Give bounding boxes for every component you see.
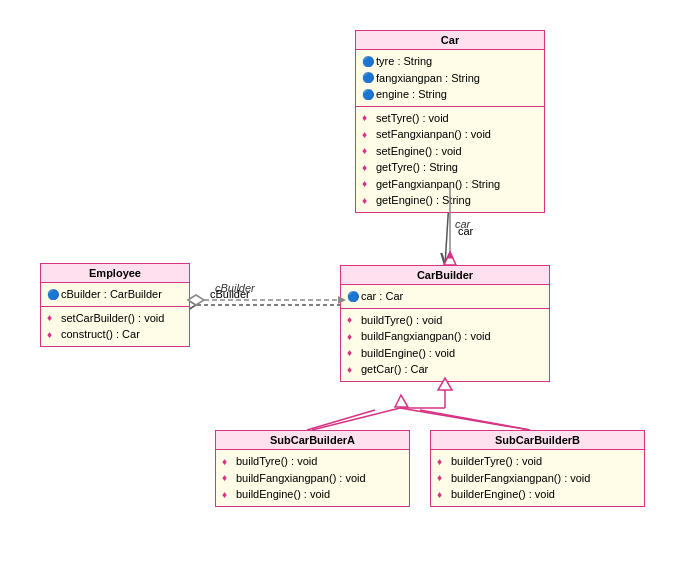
svg-marker-6 [395, 395, 408, 407]
employee-attrs: 🔵 cBuilder : CarBuilder [41, 283, 189, 307]
subcarbuildera-method-buildEngine: ♦ buildEngine() : void [222, 486, 403, 503]
method-icon: ♦ [347, 329, 359, 344]
subcarbuilderb-method-builderEngine: ♦ builderEngine() : void [437, 486, 638, 503]
employee-box: Employee 🔵 cBuilder : CarBuilder ♦ setCa… [40, 263, 190, 347]
method-icon: ♦ [437, 470, 449, 485]
method-icon: ♦ [222, 487, 234, 502]
svg-line-21 [312, 408, 400, 430]
carbuilder-attr-car: 🔵 car : Car [347, 288, 543, 305]
subcarbuilderb-title: SubCarBuilderB [431, 431, 644, 450]
subcarbuildera-method-buildTyre: ♦ buildTyre() : void [222, 453, 403, 470]
method-icon: ♦ [362, 143, 374, 158]
method-icon: ♦ [437, 454, 449, 469]
carbuilder-attrs: 🔵 car : Car [341, 285, 549, 309]
employee-attr-cbuilder: 🔵 cBuilder : CarBuilder [47, 286, 183, 303]
car-method-getTyre: ♦ getTyre() : String [362, 159, 538, 176]
attr-icon: 🔵 [362, 87, 374, 102]
car-methods: ♦ setTyre() : void ♦ setFangxianpan() : … [356, 107, 544, 212]
method-icon: ♦ [222, 454, 234, 469]
employee-method-construct: ♦ construct() : Car [47, 326, 183, 343]
method-icon: ♦ [47, 327, 59, 342]
attr-icon: 🔵 [47, 287, 59, 302]
car-title: Car [356, 31, 544, 50]
car-attr-fang: 🔵 fangxiangpan : String [362, 70, 538, 87]
method-icon: ♦ [47, 310, 59, 325]
method-icon: ♦ [347, 312, 359, 327]
svg-text:car: car [458, 225, 474, 237]
car-method-setTyre: ♦ setTyre() : void [362, 110, 538, 127]
car-attr-tyre: 🔵 tyre : String [362, 53, 538, 70]
subcarbuildera-method-buildFang: ♦ buildFangxiangpan() : void [222, 470, 403, 487]
subcarbuilderb-method-builderFang: ♦ builderFangxiangpan() : void [437, 470, 638, 487]
carbuilder-method-getCar: ♦ getCar() : Car [347, 361, 543, 378]
attr-icon: 🔵 [347, 289, 359, 304]
method-icon: ♦ [362, 176, 374, 191]
svg-text:cBuilder: cBuilder [210, 288, 250, 300]
attr-icon: 🔵 [362, 54, 374, 69]
car-method-setEngine: ♦ setEngine() : void [362, 143, 538, 160]
carbuilder-title: CarBuilder [341, 266, 549, 285]
svg-marker-14 [444, 252, 456, 265]
svg-marker-18 [188, 295, 204, 305]
car-method-getFang: ♦ getFangxianpan() : String [362, 176, 538, 193]
attr-icon: 🔵 [362, 70, 374, 85]
carbuilder-box: CarBuilder 🔵 car : Car ♦ buildTyre() : v… [340, 265, 550, 382]
method-icon: ♦ [347, 345, 359, 360]
svg-line-4 [307, 410, 375, 430]
subcarbuildera-methods: ♦ buildTyre() : void ♦ buildFangxiangpan… [216, 450, 409, 506]
car-box: Car 🔵 tyre : String 🔵 fangxiangpan : Str… [355, 30, 545, 213]
method-icon: ♦ [437, 487, 449, 502]
car-attr-engine: 🔵 engine : String [362, 86, 538, 103]
car-method-getEngine: ♦ getEngine() : String [362, 192, 538, 209]
carbuilder-method-buildFang: ♦ buildFangxiangpan() : void [347, 328, 543, 345]
svg-line-5 [420, 410, 530, 430]
svg-line-22 [400, 408, 530, 430]
subcarbuilderb-box: SubCarBuilderB ♦ builderTyre() : void ♦ … [430, 430, 645, 507]
subcarbuilderb-method-builderTyre: ♦ builderTyre() : void [437, 453, 638, 470]
employee-title: Employee [41, 264, 189, 283]
method-icon: ♦ [362, 193, 374, 208]
car-method-setFang: ♦ setFangxianpan() : void [362, 126, 538, 143]
method-icon: ♦ [362, 110, 374, 125]
carbuilder-methods: ♦ buildTyre() : void ♦ buildFangxiangpan… [341, 309, 549, 381]
method-icon: ♦ [362, 160, 374, 175]
employee-method-setCarBuilder: ♦ setCarBuilder() : void [47, 310, 183, 327]
carbuilder-method-buildEngine: ♦ buildEngine() : void [347, 345, 543, 362]
svg-text:car: car [455, 218, 472, 230]
method-icon: ♦ [362, 127, 374, 142]
method-icon: ♦ [222, 470, 234, 485]
uml-diagram: car cBuilder Car 🔵 [0, 0, 690, 566]
method-icon: ♦ [347, 362, 359, 377]
subcarbuildera-box: SubCarBuilderA ♦ buildTyre() : void ♦ bu… [215, 430, 410, 507]
svg-marker-15 [447, 252, 453, 258]
employee-methods: ♦ setCarBuilder() : void ♦ construct() :… [41, 307, 189, 346]
subcarbuilderb-methods: ♦ builderTyre() : void ♦ builderFangxian… [431, 450, 644, 506]
subcarbuildera-title: SubCarBuilderA [216, 431, 409, 450]
carbuilder-method-buildTyre: ♦ buildTyre() : void [347, 312, 543, 329]
car-attrs: 🔵 tyre : String 🔵 fangxiangpan : String … [356, 50, 544, 107]
svg-text:cBuilder: cBuilder [215, 282, 256, 294]
